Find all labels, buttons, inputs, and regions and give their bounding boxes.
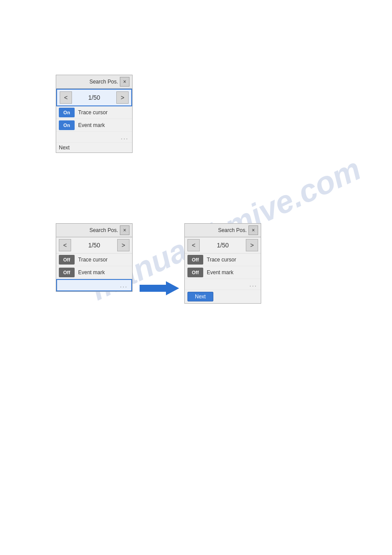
panel-3-next-button[interactable]: Next — [187, 292, 213, 301]
panel-1-trace-row: On Trace cursor — [56, 106, 132, 119]
panel-2-header: Search Pos. × — [56, 224, 132, 237]
panel-2-trace-label: Trace cursor — [78, 257, 108, 263]
panel-2-event-label: Event mark — [78, 269, 105, 276]
panel-3-trace-label: Trace cursor — [207, 257, 236, 263]
panel-3-close-button[interactable]: × — [248, 225, 258, 235]
panel-2-event-toggle[interactable]: Off — [59, 268, 75, 277]
panel-1-event-row: On Event mark — [56, 119, 132, 132]
panel-3-title: Search Pos. — [187, 227, 248, 233]
panel-1-trace-label: Trace cursor — [78, 109, 108, 116]
panel-1-title: Search Pos. — [59, 79, 120, 85]
panel-1-nav-row: < 1/50 > — [56, 89, 132, 106]
svg-marker-0 — [140, 281, 179, 295]
panel-1-next-label: Next — [59, 145, 70, 151]
panel-3-trace-row: Off Trace cursor — [185, 254, 261, 266]
panel-1-event-toggle[interactable]: On — [59, 120, 75, 130]
panel-2-dots[interactable]: ... — [56, 279, 132, 291]
panel-3-next-nav-button[interactable]: > — [246, 239, 258, 251]
panel-3: Search Pos. × < 1/50 > Off Trace cursor … — [184, 223, 261, 304]
panel-3-trace-toggle[interactable]: Off — [187, 255, 203, 265]
panel-3-event-label: Event mark — [207, 269, 234, 276]
panel-2-nav-row: < 1/50 > — [56, 237, 132, 254]
panel-3-nav-row: < 1/50 > — [185, 237, 261, 254]
panel-1-header: Search Pos. × — [56, 75, 132, 89]
panel-1-next-row: Next — [56, 143, 132, 152]
panel-1-next-nav-button[interactable]: > — [116, 91, 129, 104]
panel-2-next-nav-button[interactable]: > — [117, 239, 129, 251]
panel-2-trace-toggle[interactable]: Off — [59, 255, 75, 265]
panel-3-dots: ... — [185, 279, 261, 290]
panel-1-event-label: Event mark — [78, 122, 105, 128]
panel-2-prev-button[interactable]: < — [59, 239, 71, 251]
panel-2-close-button[interactable]: × — [120, 225, 129, 235]
panel-2-trace-row: Off Trace cursor — [56, 254, 132, 266]
panel-2-count: 1/50 — [88, 242, 100, 249]
panel-1-count: 1/50 — [88, 94, 100, 101]
panel-1-trace-toggle[interactable]: On — [59, 108, 75, 117]
panel-1-prev-button[interactable]: < — [60, 91, 72, 104]
panel-3-event-row: Off Event mark — [185, 266, 261, 279]
panel-2-event-row: Off Event mark — [56, 266, 132, 279]
panel-3-next-row: Next — [185, 290, 261, 303]
panel-1: Search Pos. × < 1/50 > On Trace cursor O… — [56, 75, 133, 153]
panel-3-count: 1/50 — [217, 242, 229, 249]
panel-1-close-button[interactable]: × — [120, 77, 129, 87]
panel-1-dots: ... — [56, 132, 132, 143]
panel-2-title: Search Pos. — [59, 227, 120, 233]
panel-3-prev-button[interactable]: < — [187, 239, 200, 251]
panel-3-event-toggle[interactable]: Off — [187, 268, 203, 277]
panel-3-header: Search Pos. × — [185, 224, 261, 237]
panel-2: Search Pos. × < 1/50 > Off Trace cursor … — [56, 223, 133, 292]
transition-arrow — [140, 280, 179, 296]
